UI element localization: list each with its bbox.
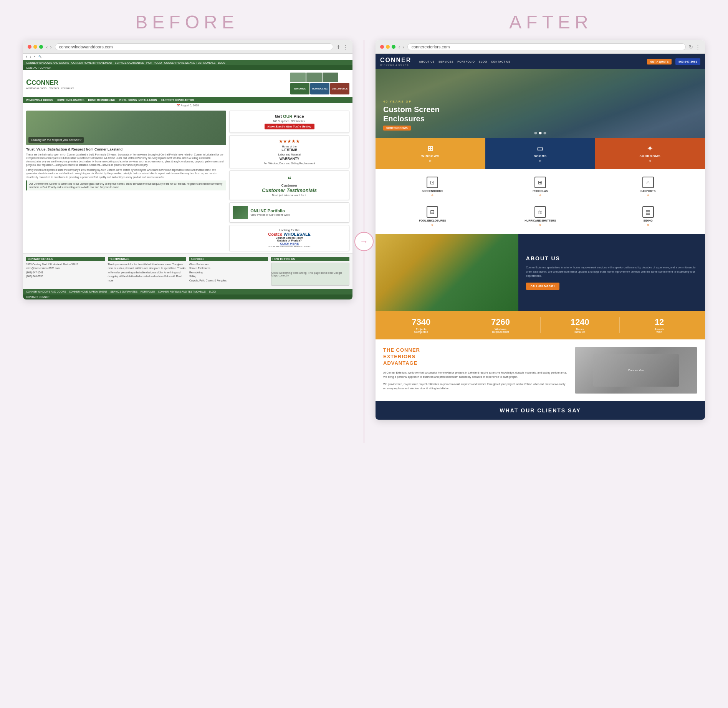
twitter-icon[interactable]: t: [30, 55, 31, 58]
icon-item-screenrooms[interactable]: ⊡ SCREENROOMS ⊕: [380, 174, 485, 200]
search-icon[interactable]: 🔍: [38, 55, 42, 58]
after-more-icon[interactable]: ⋮: [695, 44, 700, 50]
get-quote-button[interactable]: GET A QUOTE: [647, 59, 672, 65]
before-main-content: Looking for the respect you deserve? Tru…: [23, 108, 352, 253]
after-nav-phone[interactable]: 863.647.3081: [675, 58, 700, 65]
nav-contact[interactable]: CONTACT US: [491, 60, 510, 63]
after-label: AFTER: [509, 12, 592, 33]
nav-item-improvement[interactable]: CONNER HOME IMPROVEMENT: [71, 61, 113, 64]
minimize-dot[interactable]: [33, 45, 37, 49]
before-panel: ‹ › connerwindowanddoors.com ⬆ ⋮ f t + 🔍: [23, 40, 364, 420]
nav-blog[interactable]: BLOG: [479, 60, 487, 63]
hero-dot-3[interactable]: [544, 132, 546, 134]
icon-item-siding[interactable]: ▤ SIDING ⊕: [596, 203, 700, 230]
nav-services[interactable]: SERVICES: [438, 60, 453, 63]
before-price-btn[interactable]: Know Exactly What You're Getting: [265, 124, 314, 129]
nav-item-portfolio[interactable]: PORTFOLIO: [146, 61, 162, 64]
before-warranty-sub: For Window, Door and Siding Replacement: [233, 162, 346, 165]
before-commitment: Our Commitment: Conner is committed to o…: [26, 180, 226, 190]
svc-remodeling[interactable]: HOME REMODELING: [88, 99, 115, 101]
sunrooms-tile[interactable]: ✦ SUNROOMS ⊕: [595, 138, 705, 169]
after-browser-dots: [380, 45, 395, 49]
comparison-header: BEFORE AFTER: [0, 0, 728, 40]
bottom-nav-guarantee[interactable]: SERVICE GUARANTEE: [110, 290, 137, 293]
before-url-bar[interactable]: connerwindowanddoors.com: [55, 43, 333, 50]
arrow-icon: →: [354, 232, 374, 251]
after-close-dot[interactable]: [380, 45, 384, 49]
stat-doors: 1240 DoorsInstalled: [541, 317, 620, 333]
before-stars: ★★★★★: [233, 139, 346, 144]
bottom-nav-contact[interactable]: CONTACT CONNER: [26, 296, 50, 298]
close-dot[interactable]: [28, 45, 31, 49]
after-nav-links: ABOUT US SERVICES PORTFOLIO BLOG CONTACT…: [419, 60, 510, 63]
before-costco-cta[interactable]: CLICK HERE: [233, 242, 346, 245]
siding-arrow: ⊕: [647, 223, 649, 227]
pool-icon: ⊟: [427, 206, 438, 218]
before-costco-sub2: Outside of Florida?: [233, 239, 346, 242]
bottom-nav-home[interactable]: CONNER WINDOWS AND DOORS: [26, 290, 66, 293]
svc-siding[interactable]: VINYL SIDING INSTALLATION: [119, 99, 157, 101]
nav-item-contact[interactable]: CONTACT CONNER: [26, 66, 51, 69]
share-icon[interactable]: ⬆: [336, 44, 341, 50]
more-icon[interactable]: ⋮: [343, 44, 348, 50]
icon-item-pool[interactable]: ⊟ POOL ENCLOSURES ⊕: [380, 203, 485, 230]
before-warranty-title: LIFETIME Labor and Material WARRANTY: [233, 148, 346, 161]
before-testimonial-title: Customer Customer Testimonials: [233, 184, 346, 193]
nav-item-guarantee[interactable]: SERVICE GUARANTEE: [115, 61, 144, 64]
pool-arrow: ⊕: [431, 223, 433, 227]
before-about-text1: These are the hallmarks upon which Conne…: [26, 153, 226, 167]
after-url-bar[interactable]: connerexteriors.com: [407, 43, 686, 50]
windows-tile[interactable]: ⊞ WINDOWS ⊕: [376, 138, 485, 169]
screenrooms-arrow: ⊕: [431, 194, 433, 197]
after-hero: 40 YEARS OF Custom ScreenEnclosures SCRE…: [376, 69, 705, 138]
bottom-nav-improvement[interactable]: CONNER HOME IMPROVEMENT: [69, 290, 108, 293]
nav-about[interactable]: ABOUT US: [419, 60, 435, 63]
before-left-content: Looking for the respect you deserve? Tru…: [26, 111, 226, 251]
nav-item-reviews[interactable]: CONNER REVIEWS AND TESTIMONIALS: [164, 61, 215, 64]
before-logo: CCONNER windows & doors · exteriors | en…: [26, 78, 74, 89]
nav-forward[interactable]: ›: [50, 44, 51, 50]
after-browser: ‹ › connerexteriors.com ↻ ⋮ CONNER WINDO…: [376, 40, 705, 420]
nav-item-blog[interactable]: BLOG: [218, 61, 225, 64]
pergolas-arrow: ⊕: [539, 194, 541, 197]
maximize-dot[interactable]: [39, 45, 43, 49]
hero-dot-1[interactable]: [534, 132, 537, 134]
after-nav-forward[interactable]: ›: [402, 44, 404, 50]
screenrooms-label: SCREENROOMS: [422, 190, 443, 192]
hero-dot-2[interactable]: [539, 132, 542, 134]
bottom-nav-portfolio[interactable]: PORTFOLIO: [141, 290, 155, 293]
nav-item-home[interactable]: CONNER WINDOWS AND DOORS: [26, 61, 69, 64]
before-testimonial-box: ❝ Customer Customer Testimonials Don't j…: [229, 170, 349, 200]
before-sub-nav: CONTACT CONNER: [23, 65, 352, 70]
before-portfolio-box[interactable]: ONLINE Portfolio View Photos of Our Rece…: [229, 202, 349, 223]
pergolas-label: PERGOLAS: [533, 190, 548, 192]
after-maximize-dot[interactable]: [392, 45, 395, 49]
after-panel: ‹ › connerexteriors.com ↻ ⋮ CONNER WINDO…: [364, 40, 705, 420]
icon-item-hurricane[interactable]: ≋ HURRICANE SHUTTERS ⊕: [488, 203, 593, 230]
nav-portfolio[interactable]: PORTFOLIO: [457, 60, 475, 63]
facebook-icon[interactable]: f: [26, 55, 27, 58]
before-right-sidebar: Get OUR Price NO Surprises. NO Worries. …: [229, 111, 349, 251]
before-logo-area: CCONNER windows & doors · exteriors | en…: [23, 70, 352, 97]
after-advantage-text2: We provide free, no-pressure project est…: [383, 382, 567, 390]
doors-tile[interactable]: ▭ DOORS ⊕: [485, 138, 595, 169]
after-nav-back[interactable]: ‹: [399, 44, 400, 50]
svc-windows[interactable]: WINDOWS & DOORS: [26, 99, 53, 101]
before-footer-contact: CONTACT DETAILS 3333 Century Blvd. #3 La…: [26, 257, 105, 286]
after-about-cta[interactable]: CALL 863.647.3081: [526, 283, 559, 290]
after-minimize-dot[interactable]: [386, 45, 390, 49]
bottom-nav-blog[interactable]: BLOG: [209, 290, 216, 293]
sunrooms-tile-label: SUNROOMS: [639, 154, 660, 158]
carports-icon: ⌂: [642, 177, 654, 188]
after-clients-title: WHAT OUR CLIENTS SAY: [382, 407, 699, 414]
icon-item-carports[interactable]: ⌂ CARPORTS ⊕: [596, 174, 700, 200]
svc-carport[interactable]: CARPORT CONTRACTOR: [161, 99, 194, 101]
svc-enclosures[interactable]: HOME ENCLOSURES: [57, 99, 84, 101]
bottom-nav-reviews[interactable]: CONNER REVIEWS AND TESTIMONIALS: [158, 290, 205, 293]
nav-back[interactable]: ‹: [46, 44, 48, 50]
icon-item-pergolas[interactable]: ⊞ PERGOLAS ⊕: [488, 174, 593, 200]
after-hero-badge[interactable]: SCREENROOMS: [383, 126, 411, 131]
before-price-sub: NO Surprises. NO Worries.: [233, 120, 346, 122]
after-refresh-icon[interactable]: ↻: [689, 44, 693, 50]
plus-icon[interactable]: +: [34, 55, 35, 58]
